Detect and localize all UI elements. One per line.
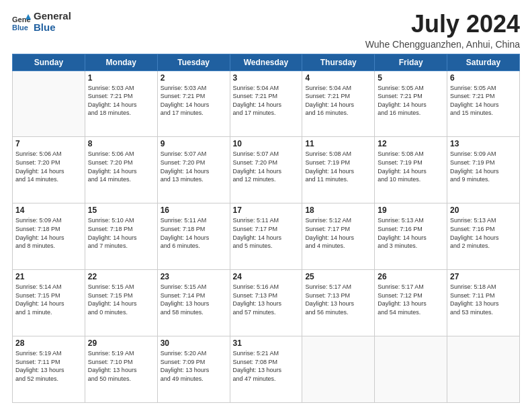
cell-info: Sunrise: 5:05 AM Sunset: 7:21 PM Dayligh… xyxy=(450,84,517,118)
calendar-cell xyxy=(375,336,447,403)
calendar-header-friday: Friday xyxy=(375,54,447,71)
cell-info: Sunrise: 5:06 AM Sunset: 7:20 PM Dayligh… xyxy=(15,150,82,183)
day-number: 14 xyxy=(15,205,82,215)
calendar-header-saturday: Saturday xyxy=(447,54,520,71)
calendar-cell: 10Sunrise: 5:07 AM Sunset: 7:20 PM Dayli… xyxy=(230,137,302,203)
cell-info: Sunrise: 5:10 AM Sunset: 7:18 PM Dayligh… xyxy=(88,216,154,250)
day-number: 28 xyxy=(15,338,82,348)
day-number: 13 xyxy=(450,139,517,148)
calendar-cell: 1Sunrise: 5:03 AM Sunset: 7:21 PM Daylig… xyxy=(85,71,157,137)
day-number: 2 xyxy=(161,73,227,83)
calendar-cell: 25Sunrise: 5:17 AM Sunset: 7:13 PM Dayli… xyxy=(302,270,375,336)
calendar-cell xyxy=(302,336,375,403)
svg-text:Blue: Blue xyxy=(12,24,28,32)
title-block: July 2024 Wuhe Chengguanzhen, Anhui, Chi… xyxy=(365,11,520,50)
title-location: Wuhe Chengguanzhen, Anhui, China xyxy=(365,39,520,50)
calendar-week-2: 7Sunrise: 5:06 AM Sunset: 7:20 PM Daylig… xyxy=(13,137,520,203)
cell-info: Sunrise: 5:17 AM Sunset: 7:12 PM Dayligh… xyxy=(378,283,444,316)
logo-icon: General Blue xyxy=(12,13,31,32)
day-number: 3 xyxy=(233,73,300,83)
calendar-cell: 19Sunrise: 5:13 AM Sunset: 7:16 PM Dayli… xyxy=(375,203,447,270)
cell-info: Sunrise: 5:21 AM Sunset: 7:08 PM Dayligh… xyxy=(233,349,300,383)
calendar-cell: 13Sunrise: 5:09 AM Sunset: 7:19 PM Dayli… xyxy=(447,137,520,203)
calendar-header-tuesday: Tuesday xyxy=(157,54,230,71)
calendar-header-wednesday: Wednesday xyxy=(230,54,302,71)
calendar-cell: 14Sunrise: 5:09 AM Sunset: 7:18 PM Dayli… xyxy=(13,203,85,270)
day-number: 5 xyxy=(378,73,444,83)
cell-info: Sunrise: 5:03 AM Sunset: 7:21 PM Dayligh… xyxy=(88,84,154,118)
day-number: 18 xyxy=(305,205,371,215)
cell-info: Sunrise: 5:15 AM Sunset: 7:14 PM Dayligh… xyxy=(161,283,227,316)
calendar-cell: 4Sunrise: 5:04 AM Sunset: 7:21 PM Daylig… xyxy=(302,71,375,137)
day-number: 6 xyxy=(450,73,517,83)
calendar-cell: 15Sunrise: 5:10 AM Sunset: 7:18 PM Dayli… xyxy=(85,203,157,270)
cell-info: Sunrise: 5:03 AM Sunset: 7:21 PM Dayligh… xyxy=(161,84,227,118)
calendar-header-thursday: Thursday xyxy=(302,54,375,71)
day-number: 25 xyxy=(305,272,371,281)
day-number: 10 xyxy=(233,139,300,148)
day-number: 24 xyxy=(233,272,300,281)
day-number: 19 xyxy=(378,205,444,215)
day-number: 16 xyxy=(161,205,227,215)
logo-text: General Blue xyxy=(34,11,71,33)
day-number: 31 xyxy=(233,338,300,348)
cell-info: Sunrise: 5:11 AM Sunset: 7:17 PM Dayligh… xyxy=(233,216,300,250)
day-number: 15 xyxy=(88,205,154,215)
day-number: 29 xyxy=(88,338,154,348)
calendar-header-sunday: Sunday xyxy=(13,54,85,71)
logo-blue-text: Blue xyxy=(34,22,71,34)
logo-general-text: General xyxy=(34,11,71,22)
cell-info: Sunrise: 5:17 AM Sunset: 7:13 PM Dayligh… xyxy=(305,283,371,316)
calendar-cell: 30Sunrise: 5:20 AM Sunset: 7:09 PM Dayli… xyxy=(157,336,230,403)
cell-info: Sunrise: 5:13 AM Sunset: 7:16 PM Dayligh… xyxy=(450,216,517,250)
cell-info: Sunrise: 5:16 AM Sunset: 7:13 PM Dayligh… xyxy=(233,283,300,316)
calendar-cell: 17Sunrise: 5:11 AM Sunset: 7:17 PM Dayli… xyxy=(230,203,302,270)
calendar-cell xyxy=(13,71,85,137)
day-number: 11 xyxy=(305,139,371,148)
cell-info: Sunrise: 5:07 AM Sunset: 7:20 PM Dayligh… xyxy=(161,150,227,183)
calendar-week-1: 1Sunrise: 5:03 AM Sunset: 7:21 PM Daylig… xyxy=(13,71,520,137)
day-number: 17 xyxy=(233,205,300,215)
calendar-cell: 8Sunrise: 5:06 AM Sunset: 7:20 PM Daylig… xyxy=(85,137,157,203)
calendar-header-monday: Monday xyxy=(85,54,157,71)
calendar-cell: 2Sunrise: 5:03 AM Sunset: 7:21 PM Daylig… xyxy=(157,71,230,137)
calendar-table: SundayMondayTuesdayWednesdayThursdayFrid… xyxy=(12,54,520,403)
calendar-cell: 21Sunrise: 5:14 AM Sunset: 7:15 PM Dayli… xyxy=(13,270,85,336)
cell-info: Sunrise: 5:05 AM Sunset: 7:21 PM Dayligh… xyxy=(378,84,444,118)
cell-info: Sunrise: 5:07 AM Sunset: 7:20 PM Dayligh… xyxy=(233,150,300,183)
cell-info: Sunrise: 5:18 AM Sunset: 7:11 PM Dayligh… xyxy=(450,283,517,316)
cell-info: Sunrise: 5:08 AM Sunset: 7:19 PM Dayligh… xyxy=(378,150,444,183)
calendar-cell: 28Sunrise: 5:19 AM Sunset: 7:11 PM Dayli… xyxy=(13,336,85,403)
cell-info: Sunrise: 5:13 AM Sunset: 7:16 PM Dayligh… xyxy=(378,216,444,250)
calendar-cell: 5Sunrise: 5:05 AM Sunset: 7:21 PM Daylig… xyxy=(375,71,447,137)
calendar-cell: 7Sunrise: 5:06 AM Sunset: 7:20 PM Daylig… xyxy=(13,137,85,203)
calendar-cell: 20Sunrise: 5:13 AM Sunset: 7:16 PM Dayli… xyxy=(447,203,520,270)
calendar-cell: 31Sunrise: 5:21 AM Sunset: 7:08 PM Dayli… xyxy=(230,336,302,403)
logo: General Blue General Blue xyxy=(12,11,71,33)
day-number: 4 xyxy=(305,73,371,83)
title-month: July 2024 xyxy=(365,11,520,38)
cell-info: Sunrise: 5:15 AM Sunset: 7:15 PM Dayligh… xyxy=(88,283,154,316)
cell-info: Sunrise: 5:11 AM Sunset: 7:18 PM Dayligh… xyxy=(161,216,227,250)
day-number: 7 xyxy=(15,139,82,148)
cell-info: Sunrise: 5:14 AM Sunset: 7:15 PM Dayligh… xyxy=(15,283,82,316)
calendar-cell: 26Sunrise: 5:17 AM Sunset: 7:12 PM Dayli… xyxy=(375,270,447,336)
calendar-cell: 24Sunrise: 5:16 AM Sunset: 7:13 PM Dayli… xyxy=(230,270,302,336)
day-number: 1 xyxy=(88,73,154,83)
calendar-cell: 3Sunrise: 5:04 AM Sunset: 7:21 PM Daylig… xyxy=(230,71,302,137)
calendar-cell: 6Sunrise: 5:05 AM Sunset: 7:21 PM Daylig… xyxy=(447,71,520,137)
day-number: 20 xyxy=(450,205,517,215)
calendar-week-5: 28Sunrise: 5:19 AM Sunset: 7:11 PM Dayli… xyxy=(13,336,520,403)
calendar-week-4: 21Sunrise: 5:14 AM Sunset: 7:15 PM Dayli… xyxy=(13,270,520,336)
day-number: 9 xyxy=(161,139,227,148)
day-number: 30 xyxy=(161,338,227,348)
calendar-cell: 16Sunrise: 5:11 AM Sunset: 7:18 PM Dayli… xyxy=(157,203,230,270)
header: General Blue General Blue July 2024 Wuhe… xyxy=(12,11,520,50)
cell-info: Sunrise: 5:09 AM Sunset: 7:19 PM Dayligh… xyxy=(450,150,517,183)
day-number: 8 xyxy=(88,139,154,148)
cell-info: Sunrise: 5:06 AM Sunset: 7:20 PM Dayligh… xyxy=(88,150,154,183)
calendar-cell: 23Sunrise: 5:15 AM Sunset: 7:14 PM Dayli… xyxy=(157,270,230,336)
calendar-cell xyxy=(447,336,520,403)
cell-info: Sunrise: 5:09 AM Sunset: 7:18 PM Dayligh… xyxy=(15,216,82,250)
page: General Blue General Blue July 2024 Wuhe… xyxy=(0,0,532,411)
